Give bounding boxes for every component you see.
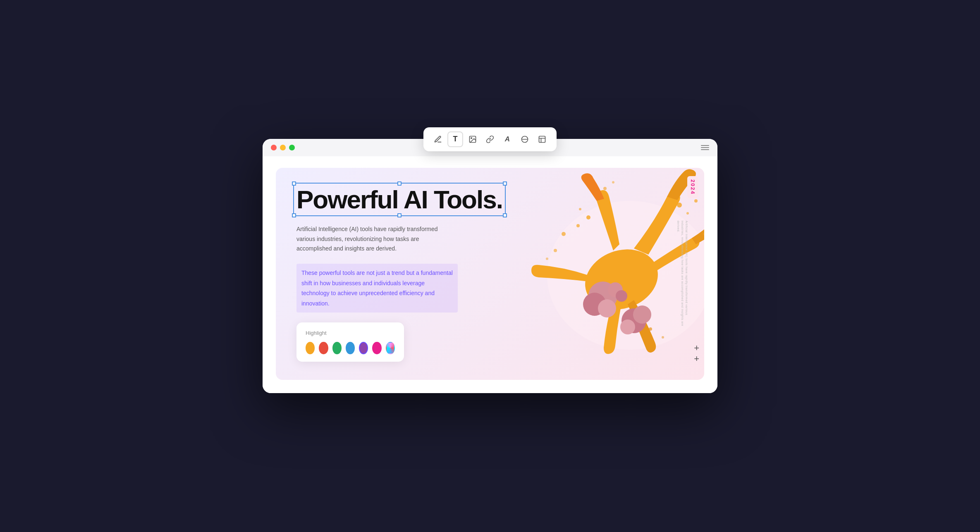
text-tool-button[interactable]: T (447, 131, 463, 147)
svg-point-20 (612, 181, 614, 184)
handle-bottom-right[interactable] (503, 213, 507, 217)
color-swatches (306, 342, 395, 354)
minimize-button[interactable] (280, 145, 286, 150)
color-green[interactable] (332, 342, 342, 354)
svg-point-11 (576, 224, 580, 227)
handle-bottom-left[interactable] (292, 213, 296, 217)
window-body: Powerful AI Tools. Artificial Intelligen… (263, 156, 717, 393)
mask-tool-button[interactable] (517, 131, 533, 147)
menu-icon[interactable] (701, 145, 709, 150)
highlight-text: These powerful tools are not just a tren… (301, 270, 453, 307)
image-tool-button[interactable] (465, 131, 480, 147)
svg-point-12 (677, 203, 682, 208)
svg-point-9 (586, 215, 590, 219)
color-gradient[interactable] (386, 342, 395, 354)
svg-point-25 (598, 299, 616, 317)
canvas-area: Powerful AI Tools. Artificial Intelligen… (276, 168, 704, 380)
svg-point-18 (562, 232, 566, 236)
add-element-button-2[interactable]: + (694, 354, 699, 363)
pen-tool-button[interactable] (430, 131, 446, 147)
svg-point-21 (649, 327, 652, 331)
add-element-button-1[interactable]: + (694, 344, 699, 353)
svg-point-30 (616, 290, 627, 302)
svg-point-10 (579, 208, 581, 210)
side-plus-icons: + + (694, 344, 699, 363)
svg-point-22 (662, 336, 664, 339)
svg-point-28 (620, 320, 635, 334)
side-vertical-text: Artificial Intelligence (AI) tools have … (676, 221, 688, 327)
handle-top-right[interactable] (503, 181, 507, 186)
svg-point-16 (554, 249, 557, 252)
main-window: T A (263, 139, 717, 393)
link-tool-button[interactable] (482, 131, 498, 147)
year-badge: 2024 (687, 176, 698, 198)
color-yellow[interactable] (306, 342, 315, 354)
svg-rect-4 (539, 136, 545, 142)
slide-title: Powerful AI Tools. (296, 186, 502, 213)
svg-point-19 (603, 187, 607, 190)
floating-toolbar: T A (423, 127, 557, 151)
traffic-lights (271, 145, 295, 150)
svg-point-13 (686, 212, 689, 215)
title-wrapper[interactable]: Powerful AI Tools. (296, 186, 502, 213)
color-blue[interactable] (346, 342, 355, 354)
slide-content: Powerful AI Tools. Artificial Intelligen… (276, 168, 521, 380)
slide-description: Artificial Intelligence (AI) tools have … (296, 224, 449, 254)
highlight-picker: Highlight (296, 322, 404, 362)
svg-point-27 (633, 305, 651, 324)
svg-point-17 (546, 258, 548, 260)
close-button[interactable] (271, 145, 277, 150)
font-tool-button[interactable]: A (500, 131, 515, 147)
maximize-button[interactable] (289, 145, 295, 150)
handle-top-left[interactable] (292, 181, 296, 186)
slide-highlight: These powerful tools are not just a tren… (296, 264, 458, 313)
color-pink[interactable] (372, 342, 381, 354)
handle-bottom-mid[interactable] (397, 213, 402, 217)
color-purple[interactable] (359, 342, 368, 354)
highlight-picker-label: Highlight (306, 330, 395, 336)
layout-tool-button[interactable] (534, 131, 550, 147)
svg-point-1 (471, 138, 472, 139)
color-red[interactable] (319, 342, 328, 354)
svg-point-14 (694, 199, 698, 203)
